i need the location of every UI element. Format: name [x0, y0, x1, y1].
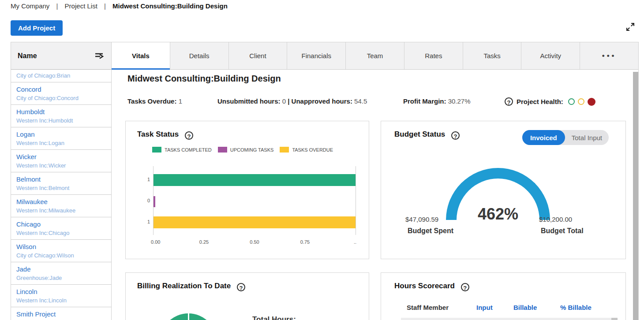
- sidebar-item-jade[interactable]: Jade Greenhouse:Jade: [11, 262, 111, 285]
- tab-team[interactable]: Team: [346, 42, 404, 69]
- project-subtitle: City of Chicago:Wilson: [16, 251, 106, 260]
- project-title[interactable]: Milwaukee: [16, 197, 106, 206]
- budget-spent-label: Budget Spent: [408, 227, 453, 235]
- add-project-button[interactable]: Add Project: [11, 20, 63, 36]
- sidebar-item-wilson[interactable]: Wilson City of Chicago:Wilson: [11, 240, 111, 262]
- project-subtitle: Western Inc:Logan: [16, 139, 106, 147]
- project-title[interactable]: Wilson: [16, 242, 106, 251]
- sidebar-item-brian[interactable]: Brian City of Chicago:Brian: [11, 70, 111, 82]
- sidebar-item-belmont[interactable]: Belmont Western Inc:Belmont: [11, 172, 111, 195]
- column-header-input[interactable]: Input: [476, 304, 493, 311]
- vertical-scrollbar[interactable]: [633, 72, 638, 320]
- column-header-staff-member: Staff Member: [407, 304, 449, 311]
- project-subtitle: Western Inc:Belmont: [16, 184, 106, 192]
- tab-financials[interactable]: Financials: [287, 42, 346, 69]
- legend-label: UPCOMING TASKS: [230, 147, 274, 153]
- tab-rates[interactable]: Rates: [404, 42, 463, 69]
- bar-tasks-overdue: [154, 216, 356, 228]
- sidebar-item-milwaukee[interactable]: Milwaukee Western Inc:Milwaukee: [11, 195, 111, 217]
- y-axis-label: 0: [141, 198, 150, 203]
- project-title[interactable]: Belmont: [16, 175, 106, 184]
- tab-vitals[interactable]: Vitals: [112, 42, 170, 69]
- legend-item-completed: TASKS COMPLETED: [152, 147, 212, 153]
- budget-toggle: Invoiced Total Input: [522, 130, 609, 145]
- task-status-bar-chart: 1 0 1 0.00 0.25 0.50 0.75 ..: [153, 166, 356, 235]
- x-axis-tick: ..: [354, 239, 356, 245]
- sidebar-header-label: Name: [18, 52, 37, 60]
- task-status-title: Task Status: [137, 130, 179, 138]
- sidebar-item-concord[interactable]: Concord City of Chicago:Concord: [11, 82, 111, 105]
- collapse-panel-icon[interactable]: [94, 52, 105, 60]
- legend-item-overdue: TASKS OVERDUE: [280, 147, 333, 153]
- sidebar-item-logan[interactable]: Logan Western Inc:Logan: [11, 127, 111, 150]
- health-dot-red: [588, 98, 595, 106]
- sidebar-item-humboldt[interactable]: Humboldt Western Inc:Humboldt: [11, 105, 111, 127]
- sidebar-item-lincoln[interactable]: Lincoln Western Inc:Lincoln: [11, 285, 111, 307]
- budget-total-value: $10,200.00: [539, 216, 572, 223]
- project-subtitle: Western Inc:Humboldt: [16, 116, 106, 125]
- breadcrumb-project-list[interactable]: Project List: [65, 2, 97, 10]
- task-status-legend: TASKS COMPLETED UPCOMING TASKS TASKS OVE…: [152, 147, 339, 153]
- tab-client[interactable]: Client: [229, 42, 288, 69]
- project-title[interactable]: Lincoln: [16, 287, 106, 296]
- bar-upcoming-tasks: [154, 196, 155, 207]
- stat-tasks-overdue: Tasks Overdue: 1: [127, 97, 182, 105]
- health-dot-green: [568, 98, 575, 105]
- card-title: Hours Scorecard ?: [394, 282, 469, 291]
- y-axis-label: 1: [141, 219, 150, 224]
- expand-fullscreen-icon[interactable]: [625, 21, 636, 33]
- breadcrumb-current-project: Midwest Consulting:Building Design: [112, 2, 228, 10]
- budget-total-label: Budget Total: [541, 227, 584, 235]
- project-title[interactable]: Smith Project: [16, 309, 106, 319]
- tab-activity[interactable]: Activity: [521, 42, 580, 69]
- breadcrumb: My Company | Project List | Midwest Cons…: [11, 2, 228, 10]
- toggle-total-input[interactable]: Total Input: [565, 130, 609, 145]
- toggle-invoiced[interactable]: Invoiced: [522, 130, 565, 145]
- project-title[interactable]: Humboldt: [16, 107, 106, 116]
- project-title[interactable]: Jade: [16, 264, 106, 274]
- stats-row: Tasks Overdue: 1 Unsubmitted hours: 0 | …: [127, 97, 625, 108]
- sidebar-item-chicago[interactable]: Chicago Western Inc:Chicago: [11, 217, 111, 240]
- project-subtitle: City of Chicago:Concord: [16, 94, 106, 102]
- project-title[interactable]: Concord: [16, 85, 106, 94]
- tab-bar: Vitals Details Client Financials Team Ra…: [112, 42, 638, 70]
- project-title[interactable]: Wicker: [16, 152, 106, 161]
- billing-realization-title: Billing Realization To Date: [137, 282, 231, 290]
- project-title[interactable]: Chicago: [16, 220, 106, 229]
- help-icon[interactable]: ?: [185, 131, 193, 140]
- stat-separator: |: [288, 97, 289, 105]
- tab-tasks[interactable]: Tasks: [463, 42, 522, 69]
- breadcrumb-my-company[interactable]: My Company: [11, 2, 49, 10]
- tab-more-ellipsis[interactable]: •••: [580, 42, 638, 69]
- project-subtitle: Western Inc:Chicago: [16, 229, 106, 237]
- project-title[interactable]: Logan: [16, 130, 106, 139]
- stat-value: 1: [179, 97, 182, 105]
- legend-swatch-overdue: [280, 147, 289, 153]
- help-icon[interactable]: ?: [451, 131, 460, 140]
- help-icon[interactable]: ?: [505, 97, 513, 106]
- stat-value: 0: [282, 97, 286, 105]
- card-title: Billing Realization To Date ?: [137, 282, 245, 291]
- help-icon[interactable]: ?: [237, 283, 245, 291]
- help-icon[interactable]: ?: [461, 283, 469, 291]
- stat-project-health: ? Project Health:: [505, 97, 595, 106]
- stat-label: Tasks Overdue:: [127, 97, 176, 105]
- y-axis-label: 1: [141, 177, 150, 182]
- column-header-billable[interactable]: Billable: [513, 304, 537, 311]
- budget-spent-value: $47,090.59: [405, 216, 438, 223]
- sidebar-item-wicker[interactable]: Wicker Western Inc:Wicker: [11, 150, 111, 172]
- tab-details[interactable]: Details: [170, 42, 229, 69]
- project-subtitle: Western Inc:Milwaukee: [16, 206, 106, 215]
- table-scrollbar-thumb[interactable]: [611, 318, 618, 320]
- x-axis-tick: 0.50: [250, 239, 259, 245]
- project-list-sidebar: Name Brian City of Chicago:Brian Concord…: [11, 42, 112, 320]
- project-subtitle: City of Chicago:Brian: [16, 71, 106, 80]
- legend-label: TASKS OVERDUE: [292, 147, 333, 153]
- stat-value: 30.27%: [448, 97, 471, 105]
- health-dot-yellow: [578, 98, 584, 105]
- pie-slice-divider: [188, 313, 189, 320]
- sidebar-item-smith-project[interactable]: Smith Project Midwest Consulting:Smith P…: [11, 307, 111, 320]
- project-subtitle: Greenhouse:Jade: [16, 274, 106, 282]
- vitals-content: Midwest Consulting:Building Design Tasks…: [112, 70, 638, 320]
- column-header-pct-billable[interactable]: % Billable: [560, 304, 592, 311]
